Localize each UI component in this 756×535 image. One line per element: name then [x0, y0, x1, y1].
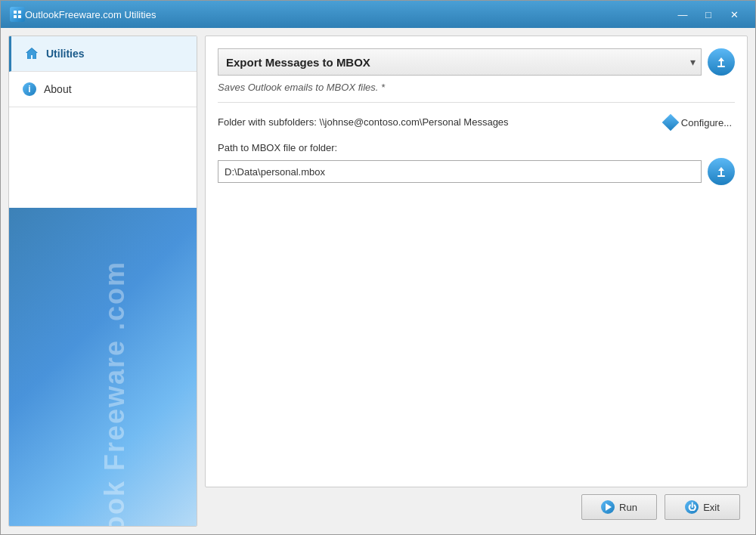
run-button[interactable]: Run [581, 494, 657, 520]
sidebar-item-utilities[interactable]: Utilities [9, 36, 197, 72]
utilities-label: Utilities [46, 48, 85, 60]
svg-rect-2 [14, 15, 17, 18]
folder-path-text: Folder with subfolders: \\johnse@contoso… [218, 115, 652, 130]
content-area: Export Messages to MBOX Import Messages … [205, 36, 748, 487]
svg-rect-3 [18, 15, 21, 18]
svg-rect-0 [14, 11, 17, 14]
dropdown-row: Export Messages to MBOX Import Messages … [218, 48, 735, 76]
bottom-bar: Run ⏻ Exit [205, 487, 748, 527]
browse-button[interactable] [708, 158, 735, 185]
path-input[interactable] [218, 160, 702, 183]
info-icon: i [21, 81, 38, 97]
home-icon [23, 45, 40, 62]
configure-button[interactable]: Configure... [662, 115, 735, 130]
exit-button[interactable]: ⏻ Exit [665, 494, 740, 520]
sidebar-background [9, 208, 197, 526]
titlebar: OutlookFreeware.com Utilities — □ ✕ [1, 1, 755, 28]
export-dropdown-wrapper: Export Messages to MBOX Import Messages … [218, 48, 702, 76]
upload-button[interactable] [708, 48, 735, 76]
sidebar-nav: Utilities i About [9, 36, 197, 107]
run-icon [601, 500, 615, 514]
run-label: Run [619, 502, 637, 513]
minimize-button[interactable]: — [671, 5, 695, 23]
svg-rect-1 [18, 11, 21, 14]
path-label: Path to MBOX file or folder: [218, 142, 735, 153]
divider [218, 102, 735, 103]
right-panel: Export Messages to MBOX Import Messages … [205, 36, 748, 527]
configure-label: Configure... [681, 117, 732, 128]
app-icon [10, 7, 25, 22]
sidebar: Outlook Freeware .com Utilities i [8, 36, 197, 527]
svg-rect-4 [717, 66, 725, 67]
diamond-icon [662, 114, 679, 131]
close-button[interactable]: ✕ [722, 5, 746, 23]
about-label: About [44, 83, 72, 95]
export-dropdown[interactable]: Export Messages to MBOX Import Messages … [218, 48, 702, 76]
description-text: Saves Outlook emails to MBOX files. * [218, 82, 735, 93]
folder-row: Folder with subfolders: \\johnse@contoso… [218, 115, 735, 130]
svg-rect-5 [717, 175, 725, 177]
exit-label: Exit [703, 502, 720, 513]
window-title: OutlookFreeware.com Utilities [25, 9, 671, 20]
path-row [218, 158, 735, 185]
exit-icon: ⏻ [685, 500, 699, 514]
window-controls: — □ ✕ [671, 5, 746, 23]
main-content: Outlook Freeware .com Utilities i [1, 28, 755, 534]
sidebar-item-about[interactable]: i About [9, 72, 197, 107]
app-window: OutlookFreeware.com Utilities — □ ✕ Outl… [0, 0, 756, 535]
maximize-button[interactable]: □ [696, 5, 720, 23]
